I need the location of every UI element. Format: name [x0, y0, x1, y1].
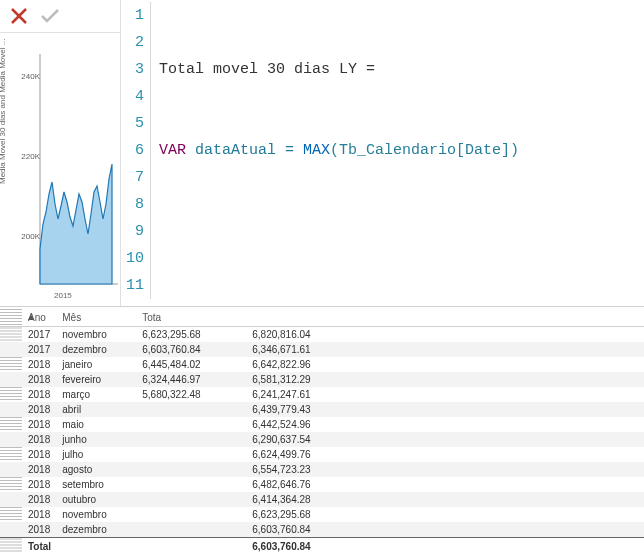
table-row[interactable]: 2018janeiro6,445,484.026,642,822.96	[0, 357, 644, 372]
preview-panel: Media Movel 30 dias and Media Movel ... …	[0, 0, 121, 306]
chart-y-label: Media Movel 30 dias and Media Movel ...	[0, 39, 7, 184]
table-row[interactable]: 2018junho6,290,637.54	[0, 432, 644, 447]
table-row[interactable]: 2018maio6,442,524.96	[0, 417, 644, 432]
table-row[interactable]: 2018fevereiro6,324,446.976,581,312.29	[0, 372, 644, 387]
table-row[interactable]: 2018outubro6,414,364.28	[0, 492, 644, 507]
table-row[interactable]: 2018novembro6,623,295.68	[0, 507, 644, 522]
table-row[interactable]: 2018dezembro6,603,760.84	[0, 522, 644, 538]
table-row[interactable]: 2017dezembro6,603,760.846,346,671.61	[0, 342, 644, 357]
line-number-gutter: 1 2 3 4 5 6 7 8 9 10 11	[121, 0, 151, 306]
col-v2	[246, 309, 356, 327]
table-total-row: Total 6,603,760.84	[0, 538, 644, 553]
data-table[interactable]: ▲Ano Mês Tota 2017novembro6,623,295.686,…	[0, 309, 644, 552]
table-row[interactable]: 2018abril6,439,779.43	[0, 402, 644, 417]
col-mes: Mês	[56, 309, 136, 327]
col-v1: Tota	[136, 309, 246, 327]
preview-chart: Media Movel 30 dias and Media Movel ... …	[0, 34, 120, 306]
formula-editor[interactable]: Total movel 30 dias LY = VAR dataAtual =…	[151, 0, 644, 306]
table-header-row[interactable]: ▲Ano Mês Tota	[0, 309, 644, 327]
table-row[interactable]: 2018março5,680,322.486,241,247.61	[0, 387, 644, 402]
table-row[interactable]: 2017novembro6,623,295.686,820,816.04	[0, 327, 644, 343]
table-row[interactable]: 2018agosto6,554,723.23	[0, 462, 644, 477]
table-row[interactable]: 2018julho6,624,499.76	[0, 447, 644, 462]
confirm-icon[interactable]	[40, 7, 60, 25]
col-ano: ▲Ano	[22, 309, 56, 327]
cancel-icon[interactable]	[10, 7, 28, 25]
table-row[interactable]: 2018setembro6,482,646.76	[0, 477, 644, 492]
